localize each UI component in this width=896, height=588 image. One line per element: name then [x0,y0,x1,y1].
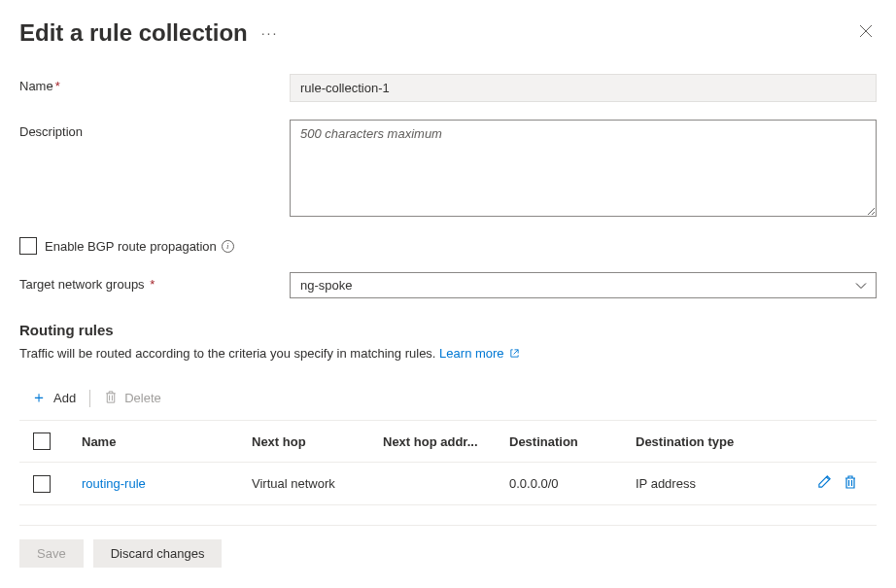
name-input[interactable] [290,74,877,102]
delete-row-icon[interactable] [844,474,857,493]
delete-button[interactable]: Delete [104,390,161,407]
target-groups-select[interactable]: ng-spoke [290,272,877,298]
header-desttype[interactable]: Destination type [636,434,762,449]
page-title: Edit a rule collection [19,19,248,47]
target-groups-label-text: Target network groups [19,277,145,292]
header-nexthop[interactable]: Next hop [252,434,383,449]
learn-more-link[interactable]: Learn more [439,346,520,361]
row-check-cell [33,475,82,493]
table-row: routing-rule Virtual network 0.0.0.0/0 I… [19,463,877,505]
select-all-checkbox[interactable] [33,432,51,450]
header-left: Edit a rule collection ··· [19,19,278,47]
add-button[interactable]: ＋ Add [31,388,76,408]
save-button[interactable]: Save [19,539,84,568]
header-name[interactable]: Name [82,434,252,449]
description-label: Description [19,120,290,139]
header-nexthopaddr[interactable]: Next hop addr... [383,434,509,449]
rule-desttype: IP address [636,476,762,491]
name-label-text: Name [19,79,53,93]
toolbar-divider [89,390,90,407]
routing-rules-title: Routing rules [19,322,877,338]
row-checkbox[interactable] [33,475,51,493]
edit-icon[interactable] [817,474,832,493]
add-label: Add [53,391,76,405]
description-textarea[interactable] [290,120,877,217]
table-toolbar: ＋ Add Delete [19,380,877,420]
name-label: Name* [19,74,290,93]
bgp-label: Enable BGP route propagation [45,239,217,254]
target-groups-label: Target network groups * [19,272,290,292]
table-header-row: Name Next hop Next hop addr... Destinati… [19,421,877,463]
close-icon[interactable] [855,20,877,46]
routing-desc-text: Traffic will be routed according to the … [19,346,435,361]
more-icon[interactable]: ··· [261,25,279,41]
trash-icon [104,390,118,407]
rule-name-link[interactable]: routing-rule [82,476,252,491]
rules-table: Name Next hop Next hop addr... Destinati… [19,420,877,505]
rule-nexthop: Virtual network [252,476,383,491]
required-indicator: * [55,79,60,93]
target-groups-select-wrapper: ng-spoke [290,272,877,298]
external-link-icon [509,348,520,360]
description-row: Description [19,120,877,220]
learn-more-text: Learn more [439,346,503,361]
routing-rules-description: Traffic will be routed according to the … [19,346,877,361]
delete-label: Delete [124,391,161,405]
name-row: Name* [19,74,877,102]
header-destination[interactable]: Destination [509,434,636,449]
plus-icon: ＋ [31,388,47,408]
info-icon[interactable]: i [222,240,234,253]
required-indicator: * [147,277,155,292]
discard-button[interactable]: Discard changes [93,539,223,568]
footer: Save Discard changes [19,525,877,568]
target-groups-row: Target network groups * ng-spoke [19,272,877,298]
bgp-row: Enable BGP route propagation i [19,237,877,255]
bgp-checkbox[interactable] [19,237,37,255]
select-all-cell [33,432,82,450]
rule-destination: 0.0.0.0/0 [509,476,636,491]
panel-header: Edit a rule collection ··· [19,19,877,47]
